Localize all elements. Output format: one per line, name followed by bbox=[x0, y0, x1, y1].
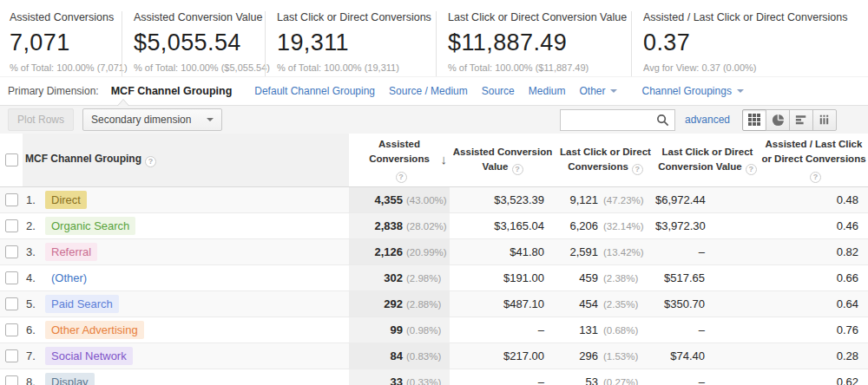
col-header-last-click-conversion-value[interactable]: Last Click or Direct Conversion Value bbox=[655, 134, 760, 186]
row-checkbox-cell bbox=[0, 290, 23, 316]
last-click-conversions-value: 131 bbox=[579, 323, 598, 336]
advanced-search-link[interactable]: advanced bbox=[685, 114, 730, 126]
view-switcher bbox=[742, 109, 837, 131]
search-input[interactable] bbox=[561, 110, 652, 130]
row-rank: 3. bbox=[26, 245, 41, 258]
search-icon[interactable] bbox=[652, 114, 674, 127]
last-click-conversions-value: 6,206 bbox=[569, 219, 598, 232]
card-title: Last Click or Direct Conversion Value bbox=[448, 11, 624, 23]
performance-view-button[interactable] bbox=[789, 109, 813, 131]
help-icon[interactable] bbox=[145, 156, 156, 167]
assisted-conversions-cell: 292 (2.88%) bbox=[349, 290, 450, 316]
channel-cell: 1. Direct bbox=[23, 186, 349, 212]
assisted-conversions-value: 84 bbox=[391, 349, 403, 362]
col-header-assisted-ratio[interactable]: Assisted / Last Click or Direct Conversi… bbox=[760, 134, 868, 186]
bar-chart-icon bbox=[795, 114, 807, 126]
assisted-ratio-cell: 0.76 bbox=[760, 316, 868, 343]
last-click-conversion-value-cell: $74.40 bbox=[655, 343, 760, 369]
dimension-link-source-medium[interactable]: Source / Medium bbox=[389, 85, 468, 97]
card-subtext: % of Total: 100.00% (19,311) bbox=[277, 62, 429, 73]
assisted-conversions-value: 292 bbox=[384, 297, 403, 310]
assisted-ratio-cell: 0.48 bbox=[760, 186, 868, 212]
row-checkbox[interactable] bbox=[5, 245, 18, 258]
channel-cell: 3. Referral bbox=[23, 238, 349, 264]
last-click-conversion-value-cell: – bbox=[655, 238, 760, 264]
secondary-dimension-button[interactable]: Secondary dimension bbox=[82, 108, 222, 131]
row-checkbox-cell bbox=[0, 186, 23, 212]
assisted-ratio-cell: 0.66 bbox=[760, 264, 868, 290]
pie-chart-icon bbox=[772, 114, 785, 127]
col-header-assisted-conversion-value[interactable]: Assisted Conversion Value bbox=[450, 134, 556, 186]
pivot-view-button[interactable] bbox=[812, 109, 837, 131]
assisted-conversion-value-cell: $41.80 bbox=[450, 238, 556, 264]
card-subtext: Avg for View: 0.37 (0.00%) bbox=[643, 62, 861, 73]
last-click-conversions-value: 2,591 bbox=[569, 245, 598, 258]
other-dimensions-dropdown[interactable]: Other bbox=[579, 85, 617, 97]
assisted-conversions-cell: 33 (0.33%) bbox=[349, 369, 450, 385]
last-click-conversions-percent: (0.68%) bbox=[603, 325, 643, 336]
row-checkbox[interactable] bbox=[5, 349, 18, 362]
pivot-table-icon bbox=[819, 114, 831, 126]
assisted-conversions-cell: 84 (0.83%) bbox=[349, 343, 450, 369]
dimension-mcf-channel-grouping-selected[interactable]: MCF Channel Grouping bbox=[111, 85, 233, 97]
assisted-conversions-value: 99 bbox=[391, 323, 403, 336]
last-click-conversion-value-cell: – bbox=[655, 316, 760, 343]
primary-dimension-bar: Primary Dimension: MCF Channel Grouping … bbox=[0, 77, 868, 105]
channel-chip: Other Advertising bbox=[45, 321, 144, 339]
row-checkbox[interactable] bbox=[5, 193, 18, 206]
assisted-conversions-value: 33 bbox=[391, 375, 403, 385]
dimension-link-medium[interactable]: Medium bbox=[529, 85, 566, 97]
table-row: 1. Direct 4,355 (43.00%) $3,523.39 9,121… bbox=[0, 186, 868, 212]
last-click-conversion-value-cell: $517.65 bbox=[655, 264, 760, 290]
assisted-ratio-cell: 0.62 bbox=[760, 369, 868, 385]
table-row: 7. Social Network 84 (0.83%) $217.00 296… bbox=[0, 343, 868, 369]
chevron-down-icon bbox=[207, 118, 214, 121]
row-checkbox-cell bbox=[0, 343, 23, 369]
last-click-conversion-value-cell: $6,972.44 bbox=[655, 186, 760, 212]
col-header-assisted-conversions[interactable]: Assisted Conversions ↓ bbox=[349, 134, 450, 186]
plot-rows-button[interactable]: Plot Rows bbox=[8, 108, 74, 131]
assisted-conversion-value-cell: – bbox=[450, 369, 556, 385]
last-click-conversions-value: 9,121 bbox=[569, 193, 598, 206]
row-checkbox[interactable] bbox=[5, 375, 18, 385]
channel-cell: 7. Social Network bbox=[23, 343, 349, 369]
channel-cell: 5. Paid Search bbox=[23, 290, 349, 316]
percentage-view-button[interactable] bbox=[766, 109, 790, 131]
chevron-down-icon bbox=[737, 89, 744, 93]
last-click-conversions-cell: 454 (2.35%) bbox=[556, 290, 655, 316]
card-title: Assisted Conversions bbox=[10, 11, 115, 23]
col-header-mcf-channel-grouping[interactable]: MCF Channel Grouping bbox=[23, 134, 349, 186]
help-icon[interactable] bbox=[512, 164, 523, 175]
row-checkbox[interactable] bbox=[5, 323, 18, 336]
help-icon[interactable] bbox=[396, 172, 407, 183]
assisted-conversions-percent: (20.99%) bbox=[406, 247, 445, 258]
table-view-button[interactable] bbox=[742, 109, 766, 131]
last-click-conversion-value-cell: $350.70 bbox=[655, 290, 760, 316]
assisted-conversions-percent: (43.00%) bbox=[406, 195, 445, 206]
last-click-conversions-percent: (47.23%) bbox=[603, 195, 643, 206]
row-checkbox[interactable] bbox=[5, 219, 18, 232]
last-click-conversion-value-cell: $3,972.30 bbox=[655, 212, 760, 238]
col-header-last-click-conversions[interactable]: Last Click or Direct Conversions bbox=[556, 134, 655, 186]
row-checkbox[interactable] bbox=[5, 271, 18, 284]
dimension-link-default-channel-grouping[interactable]: Default Channel Grouping bbox=[254, 85, 375, 97]
channel-groupings-dropdown[interactable]: Channel Groupings bbox=[641, 85, 743, 97]
row-checkbox[interactable] bbox=[5, 297, 18, 310]
row-rank: 6. bbox=[26, 323, 41, 336]
help-icon[interactable] bbox=[810, 172, 821, 183]
channel-cell: 6. Other Advertising bbox=[23, 316, 349, 343]
sort-descending-icon: ↓ bbox=[441, 150, 448, 170]
row-checkbox-cell bbox=[0, 238, 23, 264]
assisted-conversions-value: 2,126 bbox=[374, 245, 403, 258]
assisted-conversion-value-cell: $487.10 bbox=[450, 290, 556, 316]
dimension-link-source[interactable]: Source bbox=[482, 85, 515, 97]
select-all-checkbox[interactable] bbox=[5, 153, 18, 166]
help-icon[interactable] bbox=[746, 164, 757, 175]
help-icon[interactable] bbox=[632, 164, 643, 175]
last-click-conversions-percent: (13.42%) bbox=[603, 247, 643, 258]
row-rank: 7. bbox=[26, 349, 41, 362]
assisted-ratio-cell: 0.82 bbox=[760, 238, 868, 264]
assisted-ratio-cell: 0.64 bbox=[760, 290, 868, 316]
assisted-ratio-cell: 0.46 bbox=[760, 212, 868, 238]
assisted-conversions-percent: (2.88%) bbox=[406, 299, 445, 310]
